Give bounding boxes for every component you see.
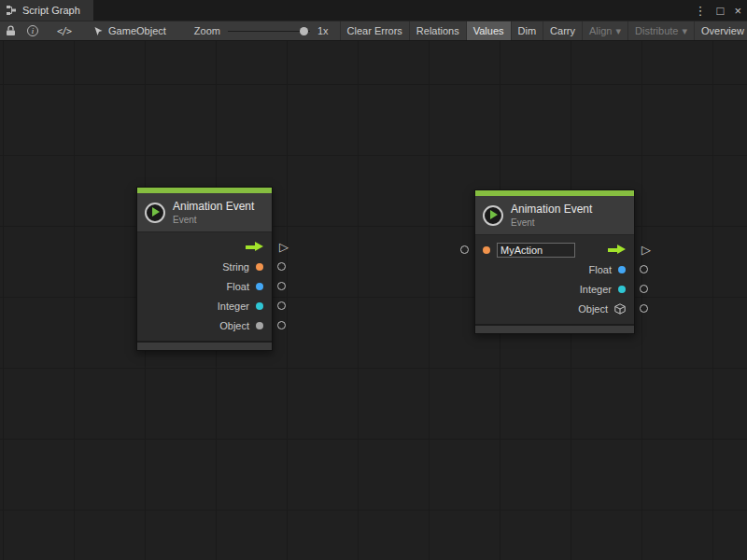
integer-output-port[interactable] [277, 301, 286, 310]
gameobject-label: GameObject [108, 25, 166, 36]
float-type-dot [618, 266, 626, 273]
port-label: Integer [218, 301, 249, 312]
menu-icon[interactable]: ⋮ [695, 5, 707, 17]
tab-title: Script Graph [22, 5, 80, 16]
flow-output-port[interactable]: ▷ [641, 244, 651, 256]
integer-type-dot [618, 286, 626, 293]
tab-script-graph[interactable]: Script Graph [0, 0, 93, 21]
port-row-string: String [137, 257, 272, 276]
align-button: Align▾ [582, 21, 627, 40]
port-label: Object [219, 320, 249, 331]
gameobject-icon [93, 26, 104, 36]
port-row-float: Float [137, 276, 272, 296]
float-type-dot [256, 283, 263, 290]
node-title: Animation Event [511, 203, 592, 216]
script-graph-icon [6, 5, 17, 16]
code-preview-icon[interactable]: </> [51, 21, 77, 40]
zoom-slider[interactable] [228, 26, 310, 36]
graph-toolbar: i </> GameObject Zoom 1x Clear Errors Re… [0, 21, 747, 41]
flow-arrow-icon [246, 242, 263, 252]
port-label: Object [578, 303, 608, 315]
maximize-icon[interactable]: □ [717, 5, 725, 17]
cube-icon [614, 303, 626, 315]
overview-button[interactable]: Overview [694, 21, 747, 40]
graph-canvas[interactable]: Animation Event Event ▷ String Float Int… [0, 41, 747, 560]
window-titlebar: Script Graph ⋮ □ × [0, 0, 747, 21]
node-body: ▷ Float Integer Object [475, 235, 634, 324]
distribute-button: Distribute▾ [627, 21, 694, 40]
node-subtitle: Event [173, 215, 254, 225]
action-input-row: ▷ [475, 240, 634, 259]
flow-output-row: ▷ [137, 237, 272, 257]
flow-arrow-icon [608, 245, 626, 255]
event-play-icon [145, 203, 165, 223]
node-header: Animation Event Event [475, 196, 634, 235]
close-icon[interactable]: × [734, 5, 741, 17]
object-output-port[interactable] [640, 304, 648, 313]
gameobject-reference[interactable]: GameObject [93, 25, 166, 36]
string-type-dot [256, 263, 263, 271]
lock-icon[interactable] [0, 21, 21, 40]
dim-button[interactable]: Dim [511, 21, 543, 40]
port-label: Integer [580, 284, 612, 295]
object-output-port[interactable] [277, 321, 286, 329]
port-label: Float [589, 264, 612, 275]
values-button[interactable]: Values [466, 21, 511, 40]
relations-button[interactable]: Relations [409, 21, 466, 40]
node-body: ▷ String Float Integer Object [137, 232, 272, 341]
string-output-port[interactable] [277, 262, 286, 271]
port-row-integer: Integer [475, 279, 634, 299]
integer-type-dot [256, 302, 263, 310]
event-play-icon [483, 205, 503, 226]
port-row-object: Object [137, 315, 272, 335]
integer-output-port[interactable] [640, 285, 648, 293]
node-subtitle: Event [511, 217, 592, 228]
zoom-label: Zoom [194, 25, 220, 36]
node-footer [137, 341, 272, 350]
float-output-port[interactable] [277, 282, 286, 290]
port-label: String [222, 261, 249, 273]
zoom-value: 1x [317, 25, 329, 36]
action-input-port[interactable] [460, 245, 469, 254]
port-label: Float [227, 281, 249, 292]
chevron-down-icon: ▾ [682, 25, 687, 37]
string-type-dot [483, 246, 490, 254]
port-row-float: Float [475, 259, 634, 279]
info-icon[interactable]: i [21, 21, 44, 40]
node-footer [475, 324, 634, 333]
object-type-dot [256, 322, 263, 329]
zoom-slider-thumb[interactable] [300, 27, 308, 35]
float-output-port[interactable] [640, 265, 648, 273]
chevron-down-icon: ▾ [615, 25, 621, 37]
node-title: Animation Event [173, 200, 254, 213]
node-header: Animation Event Event [137, 193, 272, 232]
action-name-input[interactable] [497, 243, 575, 258]
node-animation-event-1[interactable]: Animation Event Event ▷ String Float Int… [136, 187, 273, 351]
node-animation-event-2[interactable]: Animation Event Event ▷ Float Integer [474, 189, 635, 334]
clear-errors-button[interactable]: Clear Errors [340, 21, 409, 40]
port-row-object: Object [475, 299, 634, 318]
carry-button[interactable]: Carry [543, 21, 582, 40]
flow-output-port[interactable]: ▷ [279, 241, 289, 253]
port-row-integer: Integer [137, 296, 272, 315]
zoom-slider-track[interactable] [228, 31, 310, 33]
